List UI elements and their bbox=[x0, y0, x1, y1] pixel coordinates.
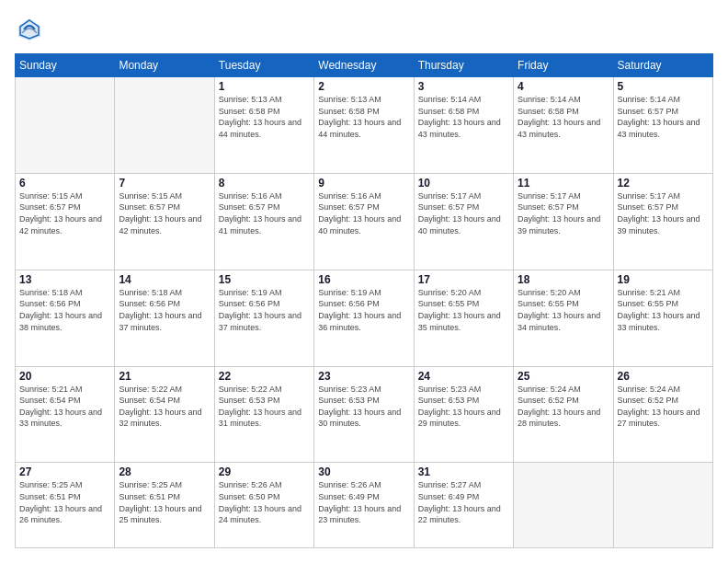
week-row-3: 13Sunrise: 5:18 AMSunset: 6:56 PMDayligh… bbox=[16, 270, 713, 366]
week-row-5: 27Sunrise: 5:25 AMSunset: 6:51 PMDayligh… bbox=[16, 463, 713, 548]
day-cell: 6Sunrise: 5:15 AMSunset: 6:57 PMDaylight… bbox=[16, 173, 115, 270]
day-number: 22 bbox=[219, 370, 310, 383]
day-cell: 17Sunrise: 5:20 AMSunset: 6:55 PMDayligh… bbox=[414, 270, 513, 366]
week-row-1: 1Sunrise: 5:13 AMSunset: 6:58 PMDaylight… bbox=[16, 77, 713, 174]
day-cell: 10Sunrise: 5:17 AMSunset: 6:57 PMDayligh… bbox=[414, 173, 513, 270]
day-cell: 18Sunrise: 5:20 AMSunset: 6:55 PMDayligh… bbox=[514, 270, 613, 366]
day-number: 13 bbox=[19, 273, 110, 286]
day-cell: 27Sunrise: 5:25 AMSunset: 6:51 PMDayligh… bbox=[16, 463, 115, 548]
day-cell bbox=[115, 77, 214, 174]
day-cell bbox=[16, 77, 115, 174]
day-number: 30 bbox=[318, 465, 409, 478]
day-cell: 2Sunrise: 5:13 AMSunset: 6:58 PMDaylight… bbox=[314, 77, 414, 174]
day-info: Sunrise: 5:23 AMSunset: 6:53 PMDaylight:… bbox=[418, 384, 509, 430]
week-row-4: 20Sunrise: 5:21 AMSunset: 6:54 PMDayligh… bbox=[16, 366, 713, 463]
day-number: 24 bbox=[418, 370, 509, 383]
day-cell: 5Sunrise: 5:14 AMSunset: 6:57 PMDaylight… bbox=[613, 77, 712, 174]
day-cell: 13Sunrise: 5:18 AMSunset: 6:56 PMDayligh… bbox=[16, 270, 115, 366]
day-cell: 20Sunrise: 5:21 AMSunset: 6:54 PMDayligh… bbox=[16, 366, 115, 463]
day-info: Sunrise: 5:15 AMSunset: 6:57 PMDaylight:… bbox=[119, 190, 210, 236]
day-number: 21 bbox=[119, 370, 210, 383]
day-number: 11 bbox=[518, 177, 609, 190]
day-info: Sunrise: 5:24 AMSunset: 6:52 PMDaylight:… bbox=[518, 384, 609, 430]
day-info: Sunrise: 5:20 AMSunset: 6:55 PMDaylight:… bbox=[518, 287, 609, 333]
day-number: 27 bbox=[19, 465, 110, 478]
day-info: Sunrise: 5:25 AMSunset: 6:51 PMDaylight:… bbox=[19, 479, 110, 525]
day-info: Sunrise: 5:19 AMSunset: 6:56 PMDaylight:… bbox=[219, 287, 310, 333]
day-cell: 24Sunrise: 5:23 AMSunset: 6:53 PMDayligh… bbox=[414, 366, 513, 463]
day-info: Sunrise: 5:26 AMSunset: 6:50 PMDaylight:… bbox=[219, 479, 310, 525]
day-info: Sunrise: 5:13 AMSunset: 6:58 PMDaylight:… bbox=[219, 94, 310, 140]
day-info: Sunrise: 5:14 AMSunset: 6:57 PMDaylight:… bbox=[618, 94, 709, 140]
day-cell: 7Sunrise: 5:15 AMSunset: 6:57 PMDaylight… bbox=[115, 173, 214, 270]
day-info: Sunrise: 5:16 AMSunset: 6:57 PMDaylight:… bbox=[318, 190, 409, 236]
day-cell: 14Sunrise: 5:18 AMSunset: 6:56 PMDayligh… bbox=[115, 270, 214, 366]
logo-icon bbox=[15, 15, 44, 44]
day-cell: 1Sunrise: 5:13 AMSunset: 6:58 PMDaylight… bbox=[214, 77, 313, 174]
day-cell: 9Sunrise: 5:16 AMSunset: 6:57 PMDaylight… bbox=[314, 173, 414, 270]
day-number: 19 bbox=[618, 273, 709, 286]
day-number: 1 bbox=[219, 80, 310, 93]
day-number: 18 bbox=[518, 273, 609, 286]
day-number: 25 bbox=[518, 370, 609, 383]
day-info: Sunrise: 5:22 AMSunset: 6:54 PMDaylight:… bbox=[119, 384, 210, 430]
day-number: 9 bbox=[318, 177, 409, 190]
day-cell: 23Sunrise: 5:23 AMSunset: 6:53 PMDayligh… bbox=[314, 366, 414, 463]
day-info: Sunrise: 5:24 AMSunset: 6:52 PMDaylight:… bbox=[618, 384, 709, 430]
day-cell: 4Sunrise: 5:14 AMSunset: 6:58 PMDaylight… bbox=[514, 77, 613, 174]
day-info: Sunrise: 5:25 AMSunset: 6:51 PMDaylight:… bbox=[119, 479, 210, 525]
day-info: Sunrise: 5:18 AMSunset: 6:56 PMDaylight:… bbox=[19, 287, 110, 333]
weekday-header-tuesday: Tuesday bbox=[214, 54, 313, 77]
day-cell bbox=[613, 463, 712, 548]
day-cell: 8Sunrise: 5:16 AMSunset: 6:57 PMDaylight… bbox=[214, 173, 313, 270]
day-number: 26 bbox=[618, 370, 709, 383]
svg-marker-0 bbox=[18, 18, 40, 40]
day-number: 3 bbox=[418, 80, 509, 93]
day-number: 5 bbox=[618, 80, 709, 93]
day-number: 23 bbox=[318, 370, 409, 383]
day-cell bbox=[514, 463, 613, 548]
weekday-header-wednesday: Wednesday bbox=[314, 54, 414, 77]
day-number: 4 bbox=[518, 80, 609, 93]
day-info: Sunrise: 5:14 AMSunset: 6:58 PMDaylight:… bbox=[418, 94, 509, 140]
day-info: Sunrise: 5:19 AMSunset: 6:56 PMDaylight:… bbox=[318, 287, 409, 333]
day-cell: 3Sunrise: 5:14 AMSunset: 6:58 PMDaylight… bbox=[414, 77, 513, 174]
day-number: 2 bbox=[318, 80, 409, 93]
page: SundayMondayTuesdayWednesdayThursdayFrid… bbox=[0, 0, 728, 563]
day-number: 17 bbox=[418, 273, 509, 286]
weekday-header-friday: Friday bbox=[514, 54, 613, 77]
day-cell: 29Sunrise: 5:26 AMSunset: 6:50 PMDayligh… bbox=[214, 463, 313, 548]
weekday-header-sunday: Sunday bbox=[16, 54, 115, 77]
day-number: 20 bbox=[19, 370, 110, 383]
day-info: Sunrise: 5:21 AMSunset: 6:54 PMDaylight:… bbox=[19, 384, 110, 430]
day-cell: 31Sunrise: 5:27 AMSunset: 6:49 PMDayligh… bbox=[414, 463, 513, 548]
day-info: Sunrise: 5:13 AMSunset: 6:58 PMDaylight:… bbox=[318, 94, 409, 140]
day-number: 10 bbox=[418, 177, 509, 190]
day-number: 16 bbox=[318, 273, 409, 286]
day-number: 7 bbox=[119, 177, 210, 190]
day-number: 12 bbox=[618, 177, 709, 190]
day-cell: 25Sunrise: 5:24 AMSunset: 6:52 PMDayligh… bbox=[514, 366, 613, 463]
calendar-table: SundayMondayTuesdayWednesdayThursdayFrid… bbox=[15, 53, 713, 548]
day-cell: 30Sunrise: 5:26 AMSunset: 6:49 PMDayligh… bbox=[314, 463, 414, 548]
day-info: Sunrise: 5:16 AMSunset: 6:57 PMDaylight:… bbox=[219, 190, 310, 236]
day-info: Sunrise: 5:20 AMSunset: 6:55 PMDaylight:… bbox=[418, 287, 509, 333]
day-info: Sunrise: 5:15 AMSunset: 6:57 PMDaylight:… bbox=[19, 190, 110, 236]
day-number: 28 bbox=[119, 465, 210, 478]
day-info: Sunrise: 5:27 AMSunset: 6:49 PMDaylight:… bbox=[418, 479, 509, 525]
day-info: Sunrise: 5:26 AMSunset: 6:49 PMDaylight:… bbox=[318, 479, 409, 525]
day-info: Sunrise: 5:21 AMSunset: 6:55 PMDaylight:… bbox=[618, 287, 709, 333]
day-info: Sunrise: 5:18 AMSunset: 6:56 PMDaylight:… bbox=[119, 287, 210, 333]
day-info: Sunrise: 5:17 AMSunset: 6:57 PMDaylight:… bbox=[418, 190, 509, 236]
day-number: 29 bbox=[219, 465, 310, 478]
day-cell: 21Sunrise: 5:22 AMSunset: 6:54 PMDayligh… bbox=[115, 366, 214, 463]
weekday-header-saturday: Saturday bbox=[613, 54, 712, 77]
day-info: Sunrise: 5:23 AMSunset: 6:53 PMDaylight:… bbox=[318, 384, 409, 430]
weekday-header-monday: Monday bbox=[115, 54, 214, 77]
day-cell: 26Sunrise: 5:24 AMSunset: 6:52 PMDayligh… bbox=[613, 366, 712, 463]
day-cell: 28Sunrise: 5:25 AMSunset: 6:51 PMDayligh… bbox=[115, 463, 214, 548]
week-row-2: 6Sunrise: 5:15 AMSunset: 6:57 PMDaylight… bbox=[16, 173, 713, 270]
day-cell: 22Sunrise: 5:22 AMSunset: 6:53 PMDayligh… bbox=[214, 366, 313, 463]
day-number: 31 bbox=[418, 465, 509, 478]
day-cell: 16Sunrise: 5:19 AMSunset: 6:56 PMDayligh… bbox=[314, 270, 414, 366]
